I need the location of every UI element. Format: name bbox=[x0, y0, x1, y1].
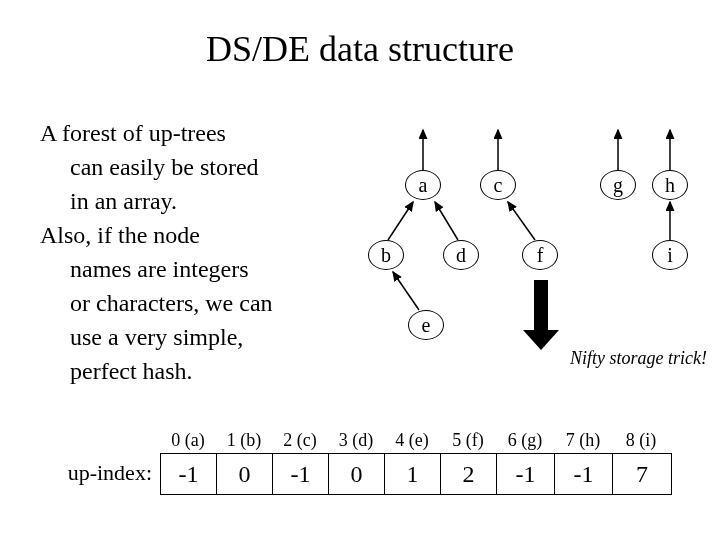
node-f: f bbox=[522, 240, 558, 270]
text-line: perfect hash. bbox=[40, 356, 340, 386]
nifty-caption: Nifty storage trick! bbox=[570, 348, 707, 369]
column-header: 2 (c) bbox=[272, 430, 328, 451]
text-line: can easily be stored bbox=[40, 152, 340, 182]
text-line: use a very simple, bbox=[40, 322, 340, 352]
column-header: 5 (f) bbox=[440, 430, 496, 451]
table-cell: 1 bbox=[385, 454, 441, 494]
thick-arrow-body bbox=[534, 280, 548, 332]
column-header: 1 (b) bbox=[216, 430, 272, 451]
edge-b-a bbox=[388, 202, 413, 240]
text-line: names are integers bbox=[40, 254, 340, 284]
text-line: or characters, we can bbox=[40, 288, 340, 318]
table-cell: -1 bbox=[555, 454, 613, 494]
column-header: 6 (g) bbox=[496, 430, 554, 451]
text-line: Also, if the node bbox=[40, 220, 340, 250]
table-cell: -1 bbox=[161, 454, 217, 494]
up-index-table: 0 (a)1 (b)2 (c)3 (d)4 (e)5 (f)6 (g)7 (h)… bbox=[30, 430, 700, 495]
edge-d-a bbox=[435, 202, 458, 240]
table-cell: 7 bbox=[613, 454, 671, 494]
column-headers: 0 (a)1 (b)2 (c)3 (d)4 (e)5 (f)6 (g)7 (h)… bbox=[160, 430, 700, 451]
thick-arrow-head-icon bbox=[523, 330, 559, 350]
column-header: 0 (a) bbox=[160, 430, 216, 451]
table-cell: 2 bbox=[441, 454, 497, 494]
column-header: 4 (e) bbox=[384, 430, 440, 451]
node-e: e bbox=[408, 310, 444, 340]
node-d: d bbox=[443, 240, 479, 270]
row-label: up-index: bbox=[30, 453, 160, 495]
table-cell: 0 bbox=[329, 454, 385, 494]
text-line: in an array. bbox=[40, 186, 340, 216]
column-header: 3 (d) bbox=[328, 430, 384, 451]
cells-row: -10-1012-1-17 bbox=[160, 453, 672, 495]
node-c: c bbox=[480, 170, 516, 200]
node-g: g bbox=[600, 170, 636, 200]
page-title: DS/DE data structure bbox=[0, 28, 720, 70]
edge-e-b bbox=[393, 272, 419, 310]
node-b: b bbox=[368, 240, 404, 270]
table-cell: 0 bbox=[217, 454, 273, 494]
table-cell: -1 bbox=[497, 454, 555, 494]
node-i: i bbox=[652, 240, 688, 270]
table-cell: -1 bbox=[273, 454, 329, 494]
column-header: 8 (i) bbox=[612, 430, 670, 451]
edge-f-c bbox=[508, 202, 535, 240]
body-text: A forest of up-trees can easily be store… bbox=[40, 118, 340, 390]
node-h: h bbox=[652, 170, 688, 200]
node-a: a bbox=[405, 170, 441, 200]
column-header: 7 (h) bbox=[554, 430, 612, 451]
text-line: A forest of up-trees bbox=[40, 118, 340, 148]
forest-diagram: a c g h b d f i e Nifty storage trick! bbox=[340, 110, 720, 380]
